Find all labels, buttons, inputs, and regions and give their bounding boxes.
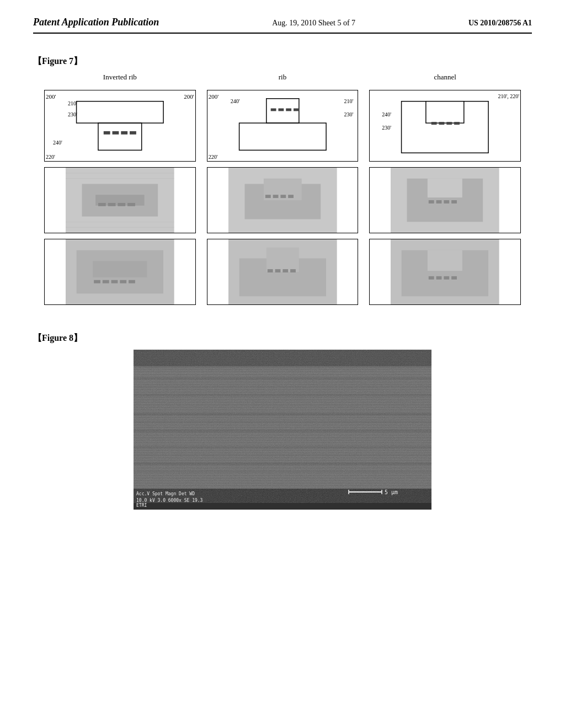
figure8-container: 【Figure 8】 [33, 333, 532, 510]
channel-schematic: 210', 220' 240' 230' [369, 90, 521, 162]
svg-rect-5 [121, 131, 127, 135]
svg-rect-11 [278, 108, 284, 111]
svg-rect-3 [104, 131, 110, 135]
inverted-rib-schematic: 200' 200' 210' 230' 240' 220' [44, 90, 196, 162]
svg-rect-58 [275, 269, 280, 272]
svg-rect-53 [129, 280, 135, 283]
sem-inverted-rib-2 [44, 239, 196, 305]
ref-230-rib: 230' [344, 111, 354, 117]
svg-rect-35 [265, 195, 271, 198]
svg-rect-12 [286, 108, 291, 111]
svg-rect-65 [436, 276, 442, 280]
svg-rect-49 [94, 280, 100, 283]
col-label-rib: rib [207, 73, 359, 82]
ref-240: 240' [53, 140, 62, 146]
publication-title: Patent Application Publication [33, 17, 159, 28]
svg-rect-37 [280, 195, 286, 198]
rib-schematic: 200' 240' 210' 230' 220' [207, 90, 359, 162]
svg-rect-48 [93, 261, 147, 277]
ref-220: 220' [46, 154, 55, 160]
svg-rect-44 [444, 200, 450, 204]
col-label-channel: channel [369, 73, 521, 82]
svg-rect-56 [266, 248, 299, 272]
svg-rect-67 [451, 276, 457, 280]
sem-rib-2 [207, 239, 359, 305]
svg-rect-52 [120, 280, 126, 283]
ref-230: 230' [68, 111, 77, 117]
ref-200-rib: 200' [209, 93, 218, 100]
svg-rect-36 [273, 195, 278, 198]
svg-rect-51 [111, 280, 118, 283]
svg-rect-66 [444, 276, 450, 280]
svg-rect-38 [288, 195, 294, 198]
svg-rect-63 [428, 250, 462, 271]
svg-rect-45 [451, 200, 457, 204]
svg-rect-20 [454, 122, 460, 125]
svg-rect-57 [267, 269, 273, 272]
figure8-label: 【Figure 8】 [33, 333, 532, 344]
svg-rect-27 [127, 203, 135, 206]
col-label-inverted-rib: Inverted rib [44, 73, 196, 82]
svg-rect-16 [426, 101, 464, 123]
svg-rect-96 [134, 350, 431, 489]
svg-rect-59 [282, 269, 288, 272]
svg-text:ETRI: ETRI [136, 503, 147, 508]
sem-channel-2 [369, 239, 521, 305]
svg-rect-50 [103, 280, 109, 283]
svg-rect-17 [431, 122, 437, 125]
svg-rect-18 [439, 122, 445, 125]
ref-240-channel: 240' [382, 111, 391, 117]
sem-inverted-rib-1 [44, 167, 196, 233]
svg-text:5 μm: 5 μm [385, 489, 398, 495]
svg-rect-25 [108, 203, 116, 206]
svg-rect-4 [113, 131, 119, 135]
ref-240-rib: 240' [231, 98, 240, 104]
svg-text:Acc.V   Spot Magn    Det  WD: Acc.V Spot Magn Det WD [136, 491, 195, 496]
svg-rect-42 [429, 200, 434, 204]
ref-210: 210' [68, 100, 77, 106]
page: Patent Application Publication Aug. 19, … [0, 0, 565, 728]
svg-rect-10 [270, 108, 276, 111]
figure7-col-labels: Inverted rib rib channel [33, 73, 532, 82]
svg-rect-41 [428, 179, 462, 197]
ref-220-rib: 220' [209, 154, 218, 160]
svg-rect-13 [294, 108, 299, 111]
figure7-label: 【Figure 7】 [33, 56, 532, 67]
svg-text:10.0 kV 3.0  6000x   SE  19.3: 10.0 kV 3.0 6000x SE 19.3 [136, 498, 203, 503]
ref-200-left: 200' [46, 93, 56, 100]
ref-210-rib: 210' [344, 98, 354, 104]
svg-rect-19 [447, 122, 452, 125]
svg-rect-6 [130, 131, 136, 135]
sem-channel-1 [369, 167, 521, 233]
svg-rect-43 [436, 200, 442, 204]
ref-230-channel: 230' [382, 125, 391, 131]
svg-rect-24 [98, 203, 106, 206]
figure8-sem-image: 5 μm Acc.V Spot Magn Det WD 10.0 kV 3.0 … [134, 350, 431, 510]
publication-number: US 2010/208756 A1 [468, 19, 532, 28]
svg-rect-26 [118, 203, 125, 206]
ref-200-right: 200' [184, 93, 194, 100]
figure7-container: 【Figure 7】 Inverted rib rib channel [33, 56, 532, 311]
figure7-row1: 200' 200' 210' 230' 240' 220' [33, 84, 532, 311]
svg-rect-60 [290, 269, 296, 272]
page-header: Patent Application Publication Aug. 19, … [33, 17, 532, 34]
publication-date-sheet: Aug. 19, 2010 Sheet 5 of 7 [272, 19, 355, 28]
sem-rib-1 [207, 167, 359, 233]
svg-rect-64 [429, 276, 434, 280]
ref-210-220-channel: 210', 220' [498, 93, 519, 99]
